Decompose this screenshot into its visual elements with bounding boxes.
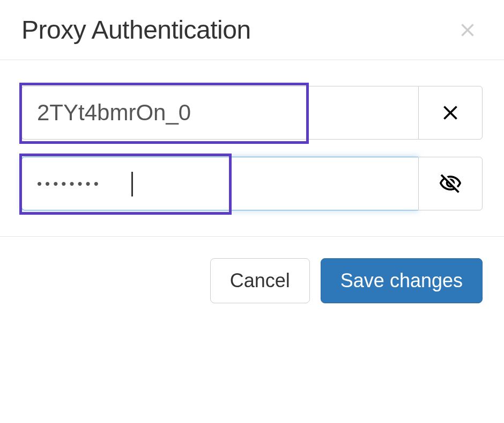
x-icon xyxy=(439,101,462,125)
password-group xyxy=(21,157,483,210)
modal-title: Proxy Authentication xyxy=(21,15,251,45)
close-icon xyxy=(457,19,478,41)
toggle-password-visibility-button[interactable] xyxy=(418,157,483,210)
close-button[interactable] xyxy=(453,19,483,41)
save-button[interactable]: Save changes xyxy=(321,258,483,303)
modal-header: Proxy Authentication xyxy=(0,0,504,60)
modal-footer: Cancel Save changes xyxy=(0,237,504,303)
cancel-button[interactable]: Cancel xyxy=(210,258,310,303)
username-input[interactable] xyxy=(21,86,418,140)
password-input[interactable] xyxy=(21,157,418,210)
eye-off-icon xyxy=(439,172,462,195)
username-group xyxy=(21,86,483,140)
proxy-auth-modal: Proxy Authentication xyxy=(0,0,504,303)
clear-username-button[interactable] xyxy=(418,86,483,140)
modal-body xyxy=(0,60,504,237)
